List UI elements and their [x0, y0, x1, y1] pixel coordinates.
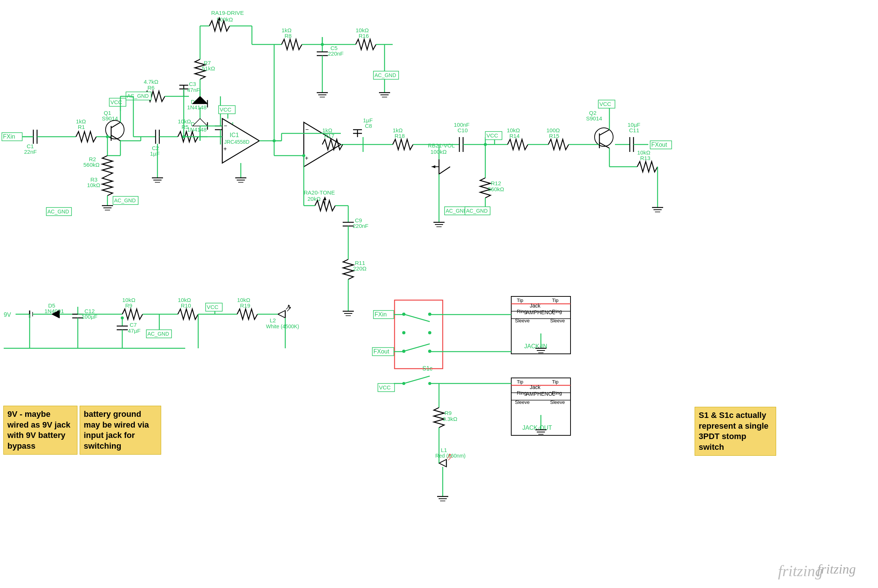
- svg-text:10kΩ: 10kΩ: [178, 118, 191, 124]
- note-battery-ground: battery ground may be wired via input ja…: [79, 406, 161, 454]
- svg-text:1kΩ: 1kΩ: [393, 127, 403, 134]
- svg-text:AC_GND: AC_GND: [47, 208, 69, 214]
- svg-text:1kΩ: 1kΩ: [76, 118, 86, 124]
- svg-text:−: −: [224, 123, 227, 129]
- svg-text:FXin: FXin: [3, 134, 15, 140]
- svg-text:R9: R9: [445, 410, 452, 416]
- svg-point-278: [121, 316, 124, 320]
- svg-text:47nF: 47nF: [187, 87, 200, 93]
- svg-text:10kΩ: 10kΩ: [87, 182, 100, 188]
- svg-text:47µF: 47µF: [128, 327, 141, 334]
- svg-text:RA19-DRIVE: RA19-DRIVE: [211, 10, 244, 16]
- svg-text:VCC: VCC: [379, 384, 391, 390]
- svg-text:R18: R18: [394, 133, 405, 139]
- svg-text:Tip: Tip: [552, 379, 559, 385]
- svg-text:C3: C3: [189, 81, 196, 87]
- svg-point-395: [484, 143, 487, 146]
- svg-text:R14: R14: [509, 133, 520, 139]
- svg-text:C11: C11: [629, 127, 640, 134]
- svg-text:AMPHENOL: AMPHENOL: [526, 309, 555, 315]
- svg-text:S1c: S1c: [423, 365, 433, 372]
- svg-text:9V: 9V: [4, 312, 11, 318]
- svg-text:R8: R8: [285, 33, 292, 39]
- svg-text:R16: R16: [359, 33, 369, 39]
- svg-text:C7: C7: [130, 322, 137, 328]
- svg-text:Jack: Jack: [530, 303, 541, 309]
- svg-rect-0: [0, 0, 878, 588]
- svg-text:10kΩ: 10kΩ: [356, 27, 369, 33]
- svg-text:VCC: VCC: [220, 106, 232, 112]
- svg-text:1kΩ: 1kΩ: [282, 27, 292, 33]
- svg-point-29: [106, 135, 109, 138]
- svg-text:220Ω: 220Ω: [353, 265, 366, 272]
- svg-text:Tip: Tip: [552, 297, 559, 303]
- note-stomp-switch: S1 & S1c actually represent a single 3PD…: [695, 407, 776, 456]
- svg-text:20kΩ: 20kΩ: [307, 196, 321, 202]
- svg-text:22nF: 22nF: [24, 148, 37, 155]
- svg-text:3.3kΩ: 3.3kΩ: [443, 416, 457, 422]
- svg-text:RA20-TONE: RA20-TONE: [304, 189, 335, 196]
- svg-text:+: +: [223, 146, 227, 152]
- svg-text:+: +: [305, 155, 308, 161]
- svg-text:10kΩ: 10kΩ: [237, 297, 250, 303]
- svg-text:100nF: 100nF: [454, 122, 470, 128]
- svg-text:220nF: 220nF: [353, 223, 369, 229]
- svg-rect-311: [394, 300, 443, 369]
- svg-text:AMPHENOL: AMPHENOL: [526, 391, 555, 397]
- svg-text:AC_GND: AC_GND: [114, 198, 136, 203]
- svg-text:AC_GND: AC_GND: [466, 208, 487, 214]
- svg-text:fritzing: fritzing: [778, 562, 823, 579]
- svg-point-313: [402, 331, 405, 334]
- svg-text:10kΩ: 10kΩ: [507, 127, 520, 134]
- svg-text:VCC: VCC: [207, 304, 219, 310]
- svg-text:White (4500K): White (4500K): [266, 324, 299, 329]
- svg-text:1N4148: 1N4148: [187, 126, 207, 133]
- svg-text:10kΩ: 10kΩ: [637, 149, 650, 156]
- svg-text:VCC: VCC: [486, 132, 498, 139]
- svg-text:4.7kΩ: 4.7kΩ: [144, 78, 159, 85]
- svg-text:−: −: [305, 126, 309, 133]
- svg-text:R17: R17: [324, 133, 334, 139]
- svg-point-223: [595, 128, 613, 146]
- svg-text:10µF: 10µF: [628, 122, 641, 128]
- svg-point-396: [302, 154, 305, 157]
- svg-text:S9014: S9014: [586, 115, 602, 122]
- svg-text:C10: C10: [457, 127, 468, 134]
- schematic-canvas: FXin C1 22nF R1 1kΩ Q1 S9014 VCC: [0, 0, 878, 588]
- svg-text:VCC: VCC: [599, 101, 611, 107]
- svg-text:100Ω: 100Ω: [547, 127, 560, 134]
- svg-text:FXin: FXin: [375, 311, 387, 318]
- svg-text:FXout: FXout: [373, 348, 390, 355]
- svg-text:AC_GND: AC_GND: [375, 72, 396, 78]
- svg-text:1kΩ: 1kΩ: [322, 127, 332, 134]
- svg-text:C8: C8: [365, 123, 372, 129]
- svg-text:L1: L1: [441, 447, 447, 453]
- svg-text:1µF: 1µF: [150, 150, 160, 157]
- fritzing-logo: fritzing: [817, 561, 856, 577]
- svg-text:AC_GND: AC_GND: [147, 331, 169, 337]
- svg-text:R15: R15: [549, 133, 559, 139]
- svg-text:IC1: IC1: [230, 132, 239, 138]
- svg-text:1µF: 1µF: [363, 117, 373, 123]
- svg-text:R19: R19: [240, 302, 250, 309]
- svg-text:10kΩ: 10kΩ: [178, 297, 191, 303]
- svg-text:Tip: Tip: [517, 379, 523, 385]
- svg-text:R13: R13: [640, 155, 650, 161]
- svg-text:10kΩ: 10kΩ: [122, 297, 135, 303]
- svg-text:JRC4558D: JRC4558D: [224, 139, 249, 145]
- svg-point-394: [182, 135, 185, 138]
- svg-text:R6: R6: [147, 84, 154, 91]
- svg-text:RB21-VOL: RB21-VOL: [428, 142, 455, 148]
- svg-text:560kΩ: 560kΩ: [83, 162, 100, 168]
- svg-point-316: [428, 331, 431, 334]
- svg-text:AC_GND: AC_GND: [446, 208, 467, 214]
- svg-point-393: [321, 43, 324, 46]
- svg-text:560kΩ: 560kΩ: [488, 186, 504, 192]
- svg-text:R10: R10: [181, 302, 191, 309]
- svg-text:L2: L2: [270, 317, 276, 324]
- note-9v: 9V - maybe wired as 9V jack with 9V batt…: [3, 406, 78, 454]
- svg-text:Jack: Jack: [530, 384, 541, 390]
- svg-text:51kΩ: 51kΩ: [202, 65, 215, 72]
- svg-text:R1: R1: [78, 124, 85, 130]
- svg-text:R12: R12: [491, 180, 501, 186]
